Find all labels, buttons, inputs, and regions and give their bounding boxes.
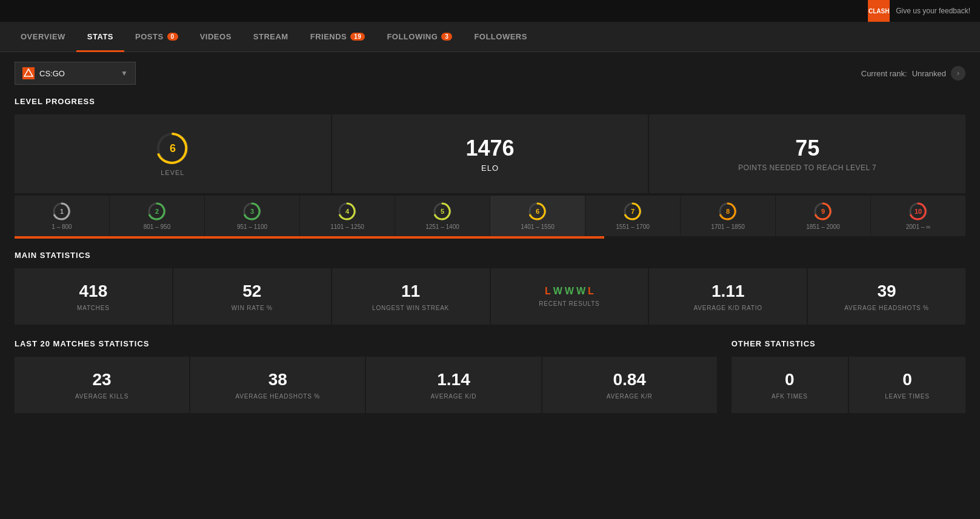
range-5-text: 1251 – 1400 <box>425 223 459 230</box>
range-7-text: 1551 – 1700 <box>616 223 650 230</box>
result-4: W <box>576 286 585 297</box>
level-range-4: 4 1101 – 1250 <box>300 196 395 236</box>
level-range-1: 1 1 – 800 <box>15 196 110 236</box>
level-card: 6 LEVEL <box>15 114 331 193</box>
headshots-value: 39 <box>878 282 896 301</box>
avg-kills-label: AVERAGE KILLS <box>75 393 128 400</box>
elo-card: 1476 ELO <box>332 114 648 193</box>
stat-kd: 1.11 AVERAGE K/D RATIO <box>649 268 807 325</box>
csgo-icon <box>22 67 35 79</box>
results-label: RECENT RESULTS <box>539 300 599 307</box>
stat-avg-kd: 1.14 AVERAGE K/D <box>366 357 541 413</box>
stat-avg-kills: 23 AVERAGE KILLS <box>15 357 189 413</box>
avg-hs-value: 38 <box>268 370 287 389</box>
leave-value: 0 <box>902 370 912 389</box>
points-text: POINTS NEEDED TO REACH LEVEL 7 <box>738 164 876 172</box>
range-9-text: 1851 – 2000 <box>806 223 840 230</box>
svg-text:10: 10 <box>915 208 922 215</box>
range-1-text: 1 – 800 <box>52 223 72 230</box>
following-badge: 3 <box>441 33 452 41</box>
tab-friends[interactable]: FRIENDS 19 <box>299 22 376 52</box>
afk-value: 0 <box>785 370 795 389</box>
winstreak-value: 11 <box>401 282 420 301</box>
matches-label: MATCHES <box>77 305 110 311</box>
svg-text:5: 5 <box>441 208 444 215</box>
stat-winstreak: 11 LONGEST WIN STREAK <box>332 268 490 325</box>
level-4-icon: 4 <box>338 202 357 221</box>
rank-arrow-icon[interactable]: › <box>951 66 965 81</box>
tab-following[interactable]: FOLLOWING 3 <box>376 22 463 52</box>
level-icon: 6 <box>156 131 190 165</box>
elo-value: 1476 <box>465 136 514 161</box>
level-range-9: 9 1851 – 2000 <box>776 196 871 236</box>
posts-badge: 0 <box>167 33 178 41</box>
result-2: W <box>553 286 562 297</box>
current-rank: Current rank: Unranked › <box>861 66 965 81</box>
stat-leave: 0 LEAVE TIMES <box>849 357 965 413</box>
tab-videos[interactable]: VIDEOS <box>189 22 242 52</box>
level-cards-row: 6 LEVEL 1476 ELO 75 POINTS NEEDED TO REA… <box>15 114 965 193</box>
main-stats-section: MAIN STATISTICS 418 MATCHES 52 WIN RATE … <box>15 251 965 325</box>
rank-label: Current rank: <box>861 69 907 78</box>
tab-stats[interactable]: STATS <box>76 22 124 52</box>
stat-matches: 418 MATCHES <box>15 268 172 325</box>
headshots-label: AVERAGE HEADSHOTS % <box>844 305 929 311</box>
top-bar: CLASH Give us your feedback! <box>0 0 980 22</box>
main-content: CS:GO ▼ Current rank: Unranked › LEVEL P… <box>0 52 980 423</box>
level-label: LEVEL <box>161 169 184 176</box>
progress-line <box>15 236 604 239</box>
notification-area: CLASH Give us your feedback! <box>868 0 970 22</box>
notification-text: Give us your feedback! <box>896 7 970 15</box>
svg-marker-0 <box>24 69 33 76</box>
game-label: CS:GO <box>39 69 116 78</box>
tab-stream[interactable]: STREAM <box>242 22 299 52</box>
svg-text:9: 9 <box>821 208 825 215</box>
level-3-icon: 3 <box>242 202 262 221</box>
game-selector[interactable]: CS:GO ▼ <box>15 62 136 85</box>
stat-avg-hs: 38 AVERAGE HEADSHOTS % <box>190 357 365 413</box>
range-6-text: 1401 – 1550 <box>521 223 555 230</box>
last20-section: LAST 20 MATCHES STATISTICS 23 AVERAGE KI… <box>15 339 717 413</box>
level-7-icon: 7 <box>623 202 642 221</box>
level-range-10: 10 2001 – ∞ <box>871 196 965 236</box>
stats-grid: 418 MATCHES 52 WIN RATE % 11 LONGEST WIN… <box>15 268 965 325</box>
nav-tabs: OVERVIEW STATS POSTS 0 VIDEOS STREAM FRI… <box>0 22 980 52</box>
level-6-icon: 6 <box>528 202 547 221</box>
level-1-icon: 1 <box>52 202 72 221</box>
avg-kd-value: 1.14 <box>437 370 470 389</box>
svg-text:8: 8 <box>726 208 730 215</box>
level-progress-title: LEVEL PROGRESS <box>15 97 965 106</box>
tab-followers[interactable]: FOLLOWERS <box>463 22 538 52</box>
level-range-5: 5 1251 – 1400 <box>395 196 490 236</box>
svg-text:6: 6 <box>536 208 539 215</box>
avg-kd-label: AVERAGE K/D <box>431 393 477 400</box>
chevron-down-icon: ▼ <box>121 69 128 78</box>
svg-text:7: 7 <box>631 208 635 215</box>
game-selector-row: CS:GO ▼ Current rank: Unranked › <box>15 62 965 85</box>
svg-text:4: 4 <box>345 208 350 215</box>
leave-label: LEAVE TIMES <box>885 393 929 400</box>
last20-title: LAST 20 MATCHES STATISTICS <box>15 339 717 348</box>
kd-value: 1.11 <box>712 282 745 301</box>
level-range-8: 8 1701 – 1850 <box>681 196 776 236</box>
rank-value: Unranked <box>912 69 946 78</box>
avg-kills-value: 23 <box>93 370 112 389</box>
level-2-icon: 2 <box>147 202 167 221</box>
svg-text:2: 2 <box>155 208 159 215</box>
recent-results: L W W W L <box>545 286 594 297</box>
range-3-text: 951 – 1100 <box>237 223 267 230</box>
tab-overview[interactable]: OVERVIEW <box>10 22 76 52</box>
level-progress-section: LEVEL PROGRESS 6 LEVEL 1476 ELO <box>15 97 965 239</box>
points-needed-card: 75 POINTS NEEDED TO REACH LEVEL 7 <box>649 114 965 193</box>
tab-posts[interactable]: POSTS 0 <box>124 22 189 52</box>
level-range-7: 7 1551 – 1700 <box>585 196 681 236</box>
level-range-6: 6 1401 – 1550 <box>490 196 585 236</box>
points-value: 75 <box>795 136 819 161</box>
last20-grid: 23 AVERAGE KILLS 38 AVERAGE HEADSHOTS % … <box>15 357 717 413</box>
level-10-icon: 10 <box>908 202 928 221</box>
winrate-value: 52 <box>242 282 261 301</box>
range-10-text: 2001 – ∞ <box>906 223 931 230</box>
level-5-icon: 5 <box>433 202 452 221</box>
range-4-text: 1101 – 1250 <box>330 223 364 230</box>
other-stats-section: OTHER STATISTICS 0 AFK TIMES 0 LEAVE TIM… <box>732 339 965 413</box>
